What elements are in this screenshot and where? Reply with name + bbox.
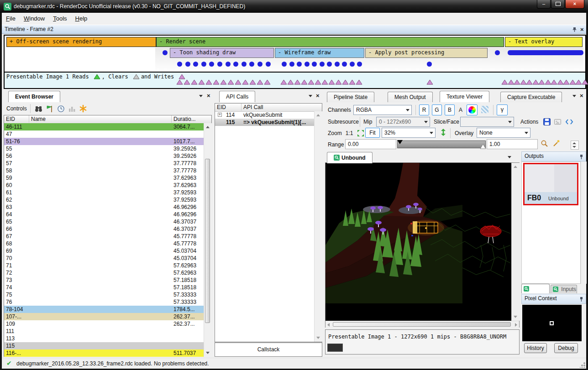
timeline-dock-header[interactable]: Timeline - Frame #2 ×	[2, 25, 586, 34]
custom-action-icon[interactable]	[79, 104, 87, 113]
scroll-up-icon[interactable]	[206, 126, 210, 128]
event-row[interactable]: 61Draw "tree"37.92593	[4, 189, 204, 196]
timeline-bar[interactable]: - Wireframe draw	[275, 48, 364, 58]
zoom-dropdown[interactable]: 32%	[382, 128, 436, 138]
event-row[interactable]: 58vkCmdDrawIndexed(120,1)37.77778	[4, 167, 204, 174]
callstack-section[interactable]: Callstack	[215, 342, 322, 357]
menu-item-help[interactable]: Help	[71, 13, 92, 25]
autofit-wand-icon[interactable]	[552, 139, 561, 147]
event-row[interactable]: 46-111−Render scene3064.7...	[4, 123, 204, 130]
range-min-input[interactable]: 0.00	[345, 139, 396, 149]
col-duration[interactable]: Duratio...	[172, 115, 204, 123]
mip-dropdown[interactable]: 0 - 1272x690	[376, 117, 430, 127]
event-row[interactable]: 55Draw "hill"39.25926	[4, 145, 204, 152]
event-row[interactable]: 76vkCmdDrawIndexed(1098,1)57.33333	[4, 298, 204, 306]
gamma-button[interactable]: γ	[497, 104, 508, 115]
tab-api-calls[interactable]: API Calls	[219, 91, 255, 102]
title-bar[interactable]: debugmarker.rdc - RenderDoc Unofficial r…	[0, 0, 588, 13]
tab-inputs[interactable]: Inputs	[551, 285, 577, 293]
outputs-header[interactable]: Outputs	[521, 151, 586, 162]
save-texture-icon[interactable]	[543, 118, 551, 125]
overlay-dropdown[interactable]: None	[477, 128, 530, 138]
scroll-up-icon[interactable]	[514, 166, 517, 168]
close-button[interactable]: ×	[565, 0, 584, 9]
scrollbar-thumb[interactable]	[333, 322, 511, 327]
open-texture-list-icon[interactable]	[554, 118, 562, 125]
maximize-button[interactable]	[551, 0, 565, 9]
event-row[interactable]: 64vkCmdDrawIndexed(1062,1)46.96296	[4, 211, 204, 218]
scroll-left-icon[interactable]	[327, 323, 330, 327]
api-calls-scrollbar[interactable]	[314, 111, 322, 342]
event-row[interactable]: 115=> vkQueueSubmit(1)[0]: vkBeginComman…	[4, 342, 204, 349]
resize-grip[interactable]	[580, 362, 585, 368]
event-row[interactable]: 72vkCmdDrawIndexed(12144,1)57.62963	[4, 269, 204, 276]
pin-icon[interactable]	[572, 27, 577, 32]
col-name[interactable]: Name	[29, 115, 172, 123]
event-row[interactable]: 63Draw "mushroom stems"46.96296	[4, 203, 204, 211]
event-row[interactable]: 70vkCmdDrawIndexed(516,1)45.03704	[4, 255, 204, 262]
fb0-thumbnail[interactable]: FB0 Unbound	[523, 163, 578, 205]
minimize-button[interactable]: –	[537, 0, 551, 9]
event-row[interactable]: 71Draw "chest box"57.62963	[4, 262, 204, 269]
pixel-context-view[interactable]	[522, 305, 582, 341]
col-eid[interactable]: EID	[215, 104, 242, 111]
alpha-checker-button[interactable]	[479, 104, 490, 115]
event-row[interactable]: 66vkCmdDrawIndexed(2193,1)46.37037	[4, 225, 204, 233]
colorwheel-button[interactable]	[467, 104, 478, 115]
timeline-bar[interactable]: - Text overlay	[505, 37, 583, 47]
texture-vscrollbar[interactable]	[511, 163, 520, 321]
scroll-down-icon[interactable]	[316, 337, 320, 339]
zoom-fit-button[interactable]: Fit	[365, 128, 380, 138]
range-white-point-handle[interactable]	[480, 144, 486, 149]
panel-close-icon[interactable]: ×	[580, 93, 583, 99]
alpha-channel-label[interactable]: A	[457, 105, 464, 115]
menu-item-window[interactable]: Window	[20, 13, 49, 25]
panel-menu-icon[interactable]	[199, 95, 203, 97]
history-button[interactable]: History	[524, 343, 547, 353]
scroll-down-icon[interactable]	[206, 352, 210, 354]
panel-menu-icon[interactable]	[309, 95, 312, 97]
outputs-scrollbar[interactable]	[581, 162, 587, 284]
panel-menu-icon[interactable]	[572, 95, 576, 97]
event-row[interactable]: 74vkCmdDrawIndexed(138,1)57.18518	[4, 284, 204, 291]
event-row[interactable]: 51-76−Toon shading draw1017.7...	[4, 138, 204, 145]
range-options-button[interactable]	[571, 141, 579, 150]
range-black-point-handle[interactable]	[397, 140, 403, 144]
event-row[interactable]: 109vkCmdDraw(4,1)262.37...	[4, 320, 204, 328]
tab-outputs[interactable]: Outputs	[521, 284, 550, 293]
timeline-bar[interactable]: + Off-screen scene rendering	[6, 37, 156, 47]
scroll-down-icon[interactable]	[514, 316, 517, 318]
expand-icon[interactable]: +	[218, 113, 222, 117]
tab-unbound-texture[interactable]: Unbound	[327, 152, 373, 163]
texture-hscrollbar[interactable]	[326, 321, 519, 328]
zoom-1to1-button[interactable]: 1:1	[343, 128, 355, 138]
texture-as-code-icon[interactable]	[565, 118, 573, 125]
range-slider[interactable]	[397, 141, 486, 148]
range-max-input[interactable]: 1.00	[487, 139, 538, 149]
event-row[interactable]: 78-104+Wireframe draw1784.5...	[4, 306, 204, 313]
event-row[interactable]: 116-...+Text overlay511.7037	[4, 349, 204, 357]
api-call-row[interactable]: +114vkQueueSubmit	[215, 111, 314, 119]
pin-icon[interactable]	[578, 297, 584, 302]
tab-mesh-output[interactable]: Mesh Output	[388, 92, 433, 102]
event-row[interactable]: 60vkCmdDrawIndexed(60,1)37.62963	[4, 182, 204, 189]
sliceface-dropdown[interactable]	[460, 117, 514, 127]
panel-close-icon[interactable]: ×	[207, 93, 210, 99]
event-row[interactable]: 73Draw "chest fittings"57.18518	[4, 276, 204, 284]
zoom-range-icon[interactable]	[541, 140, 549, 148]
event-row[interactable]: 68vkCmdDrawIndexed(1677,1)45.77778	[4, 240, 204, 247]
channels-dropdown[interactable]: RGBA	[353, 105, 412, 115]
event-row[interactable]: 107-...−Apply post processing262.37...	[4, 313, 204, 320]
event-row[interactable]: 57Draw "rocks"37.77778	[4, 160, 204, 167]
event-row[interactable]: 47vkCmdBeginRenderPass(C=Clear, D=Clear,…	[4, 130, 204, 138]
channel-r-button[interactable]: R	[419, 104, 429, 115]
debug-button[interactable]: Debug	[554, 343, 578, 353]
pin-icon[interactable]	[578, 154, 584, 160]
bookmark-flag-icon[interactable]	[46, 105, 53, 113]
event-browser-scrollbar[interactable]	[204, 123, 212, 357]
fit-arrows-icon[interactable]	[357, 130, 364, 137]
scrollbar-thumb[interactable]	[205, 159, 210, 323]
event-row[interactable]: 75Draw ""57.33333	[4, 291, 204, 298]
menu-item-file[interactable]: File	[2, 13, 20, 25]
scroll-right-icon[interactable]	[515, 323, 517, 327]
